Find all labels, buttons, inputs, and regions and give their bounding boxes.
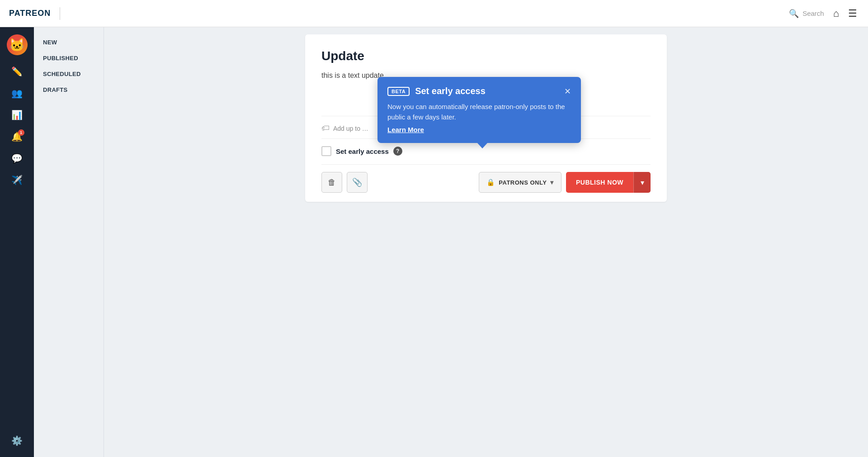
delete-icon: 🗑 <box>328 178 336 187</box>
send-icon: ✈️ <box>11 175 23 186</box>
nav-item-drafts[interactable]: DRAFTS <box>34 82 104 98</box>
tooltip-header: BETA Set early access ✕ <box>387 86 571 96</box>
early-access-checkbox[interactable] <box>321 146 331 156</box>
publish-chevron-icon: ▾ <box>641 178 644 187</box>
nav-item-published[interactable]: PUBLISHED <box>34 50 104 66</box>
home-icon[interactable]: ⌂ <box>833 8 839 19</box>
settings-icon: ⚙️ <box>11 435 23 446</box>
publish-chevron-button[interactable]: ▾ <box>633 172 651 193</box>
beta-badge: BETA <box>387 87 410 96</box>
learn-more-link[interactable]: Learn More <box>387 126 424 133</box>
patreon-logo: PATREON <box>9 9 51 18</box>
sidebar-item-settings[interactable]: ⚙️ <box>8 432 26 450</box>
sidebar-item-people[interactable]: 👥 <box>8 84 26 102</box>
tooltip-title: Set early access <box>415 86 486 96</box>
tooltip-close-button[interactable]: ✕ <box>564 87 571 95</box>
top-nav: PATREON 🔍 Search ⌂ ☰ <box>0 0 868 27</box>
post-card: Update this is a text update. 🏷 Add up t… <box>305 34 667 202</box>
chart-icon: 📊 <box>11 109 23 120</box>
attach-icon: 📎 <box>352 177 362 187</box>
tooltip-arrow <box>477 143 488 148</box>
chat-icon: 💬 <box>11 153 23 164</box>
edit-icon: ✏️ <box>11 66 23 77</box>
early-access-tooltip: BETA Set early access ✕ Now you can auto… <box>377 77 581 143</box>
sidebar-item-messages[interactable]: 💬 <box>8 149 26 167</box>
avatar[interactable]: 🐱 <box>7 34 28 55</box>
nav-divider <box>60 7 60 20</box>
chevron-down-icon: ▾ <box>550 179 554 186</box>
search-area[interactable]: 🔍 Search <box>789 9 824 19</box>
tooltip-body: Now you can automatically release patron… <box>387 102 571 122</box>
help-icon[interactable]: ? <box>393 147 402 156</box>
sidebar-item-analytics[interactable]: 📊 <box>8 106 26 124</box>
action-bar: 🗑 📎 🔒 PATRONS ONLY ▾ PUBLISH NOW <box>321 164 651 202</box>
tag-icon: 🏷 <box>321 124 330 133</box>
people-icon: 👥 <box>11 88 23 99</box>
publish-group: PUBLISH NOW ▾ <box>566 172 651 193</box>
sidebar-item-send[interactable]: ✈️ <box>8 171 26 189</box>
content-inner: Update this is a text update. 🏷 Add up t… <box>305 27 667 457</box>
early-access-label: Set early access <box>336 148 389 155</box>
nav-item-new[interactable]: NEW <box>34 34 104 50</box>
main-layout: 🐱 ✏️ 👥 📊 🔔 1 💬 ✈️ ⚙️ NEW PUBLISHED <box>0 27 868 457</box>
visibility-dropdown[interactable]: 🔒 PATRONS ONLY ▾ <box>479 172 561 193</box>
menu-icon[interactable]: ☰ <box>848 8 857 19</box>
notification-badge: 1 <box>18 129 24 136</box>
nav-item-scheduled[interactable]: SCHEDULED <box>34 66 104 82</box>
search-placeholder: Search <box>802 10 824 17</box>
visibility-label: PATRONS ONLY <box>499 179 547 186</box>
avatar-image: 🐱 <box>9 38 25 52</box>
attach-button[interactable]: 📎 <box>347 172 368 193</box>
post-title: Update <box>321 49 651 63</box>
search-icon: 🔍 <box>789 9 799 19</box>
tag-placeholder: Add up to … <box>333 125 368 132</box>
publish-button[interactable]: PUBLISH NOW <box>566 172 633 193</box>
sidebar: 🐱 ✏️ 👥 📊 🔔 1 💬 ✈️ ⚙️ <box>0 27 34 457</box>
delete-button[interactable]: 🗑 <box>321 172 342 193</box>
sidebar-item-notifications[interactable]: 🔔 1 <box>8 128 26 146</box>
secondary-nav: NEW PUBLISHED SCHEDULED DRAFTS <box>34 27 104 457</box>
content-area: Update this is a text update. 🏷 Add up t… <box>104 27 868 457</box>
sidebar-item-edit[interactable]: ✏️ <box>8 62 26 81</box>
lock-icon: 🔒 <box>486 178 495 186</box>
